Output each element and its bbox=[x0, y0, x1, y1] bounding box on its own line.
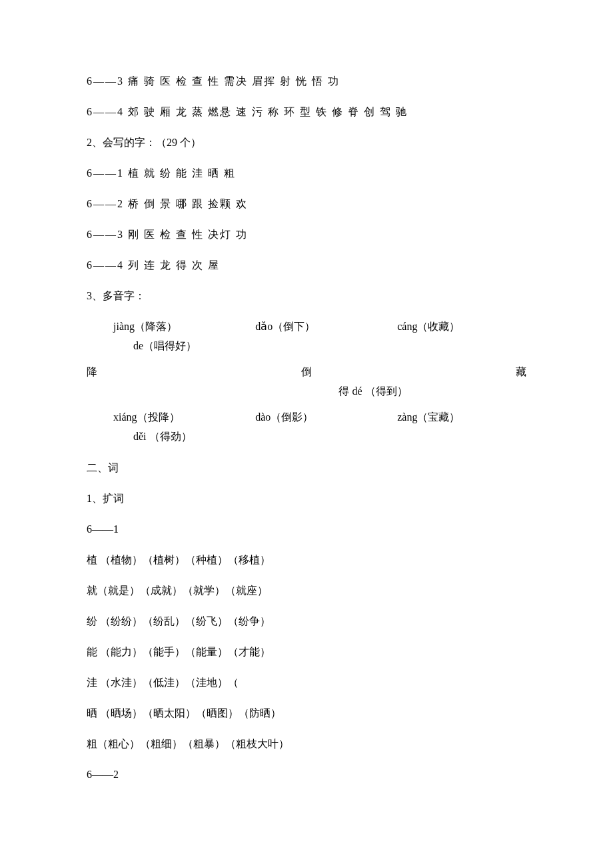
text-line: 粗（粗心）（粗细）（粗暴）（粗枝大叶） bbox=[87, 736, 526, 752]
section-heading: 3、多音字： bbox=[87, 288, 526, 304]
text-line: 晒 （晒场）（晒太阳）（晒图）（防晒） bbox=[87, 705, 526, 721]
text-line: 6——4 郊 驶 厢 龙 蒸 燃悬 速 污 称 环 型 铁 修 脊 创 驾 驰 bbox=[87, 104, 526, 120]
poly-cell: děi （得劲） bbox=[133, 429, 192, 445]
poly-cell: cáng（收藏） bbox=[397, 319, 526, 335]
poly-cell: zàng（宝藏） bbox=[397, 409, 526, 425]
poly-cell: de（唱得好） bbox=[133, 338, 197, 354]
poly-char: 藏 bbox=[516, 364, 526, 380]
polyphonic-row: jiàng（降落） dǎo（倒下） cáng（收藏） bbox=[87, 319, 526, 335]
section-heading: 2、会写的字：（29 个） bbox=[87, 135, 526, 151]
poly-char: 倒 bbox=[301, 364, 312, 380]
polyphonic-chars: 降 倒 藏 bbox=[87, 364, 526, 380]
polyphonic-row: xiáng（投降） dào（倒影） zàng（宝藏） bbox=[87, 409, 526, 425]
poly-cell: jiàng（降落） bbox=[113, 319, 255, 335]
text-line: 6——1 bbox=[87, 521, 526, 537]
polyphonic-row: de（唱得好） bbox=[87, 338, 526, 354]
poly-cell: dào（倒影） bbox=[255, 409, 397, 425]
text-line: 植 （植物）（植树）（种植）（移植） bbox=[87, 552, 526, 568]
poly-cell: dǎo（倒下） bbox=[255, 319, 397, 335]
poly-cell: xiáng（投降） bbox=[113, 409, 255, 425]
poly-char: 降 bbox=[87, 364, 97, 380]
text-line: 纷 （纷纷）（纷乱）（纷飞）（纷争） bbox=[87, 613, 526, 629]
text-line: 洼 （水洼）（低洼）（洼地）（ bbox=[87, 675, 526, 691]
text-line: 6——1 植 就 纷 能 洼 晒 粗 bbox=[87, 165, 526, 181]
poly-cell: 得 dé （得到） bbox=[338, 383, 407, 399]
text-line: 就（就是）（成就）（就学）（就座） bbox=[87, 583, 526, 599]
text-line: 6——4 列 连 龙 得 次 屋 bbox=[87, 257, 526, 273]
section-heading: 二、词 bbox=[87, 460, 526, 476]
text-line: 6——3 痛 骑 医 检 查 性 需决 眉挥 射 恍 悟 功 bbox=[87, 73, 526, 89]
polyphonic-row: děi （得劲） bbox=[87, 429, 526, 445]
text-line: 6——3 刚 医 检 查 性 决灯 功 bbox=[87, 227, 526, 243]
text-line: 6——2 桥 倒 景 哪 跟 捡颗 欢 bbox=[87, 196, 526, 212]
text-line: 6——2 bbox=[87, 767, 526, 783]
section-heading: 1、扩词 bbox=[87, 491, 526, 507]
polyphonic-row: 得 dé （得到） bbox=[87, 383, 526, 399]
text-line: 能 （能力）（能手）（能量）（才能） bbox=[87, 644, 526, 660]
